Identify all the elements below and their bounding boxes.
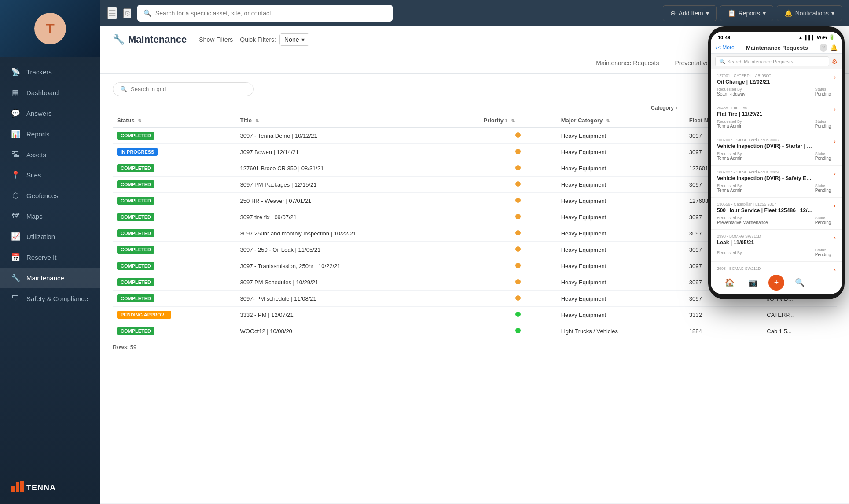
- phone-list-item[interactable]: 1007007 - 1J0SE Ford Focus 3006 Vehicle …: [711, 133, 842, 166]
- title-sort-icon[interactable]: ⇅: [255, 118, 259, 123]
- phone-item-meta: Requested By Tenna Admin Status Pending: [717, 151, 831, 161]
- phone-list-item[interactable]: 2993 - BOMAG SW211D Leak | 11/05/21 Requ…: [711, 230, 842, 262]
- title-cell: 3097 Bowen | 12/14/21: [236, 144, 479, 160]
- status-badge: COMPLETED: [117, 229, 154, 237]
- notifications-label: Notifications: [795, 10, 829, 17]
- maintenance-icon: 🔧: [11, 273, 20, 283]
- status-cell: COMPLETED: [113, 193, 236, 209]
- add-item-button[interactable]: ⊕ Add Item ▾: [663, 5, 717, 21]
- reports-button[interactable]: 📋 Reports ▾: [720, 5, 773, 21]
- phone-list-item[interactable]: 1007007 - 1J0SE Ford Focus 2009 Vehicle …: [711, 166, 842, 198]
- add-item-label: Add Item: [679, 10, 703, 17]
- status-badge: IN PROGRESS: [117, 148, 158, 156]
- safety-icon: 🛡: [11, 294, 20, 303]
- sidebar-item-reports[interactable]: 📊 Reports: [0, 124, 100, 144]
- status-badge: COMPLETED: [117, 132, 154, 140]
- sidebar-item-dashboard[interactable]: ▦ Dashboard: [0, 82, 100, 103]
- priority-cell: [479, 160, 557, 177]
- sidebar-item-answers[interactable]: 💬 Answers: [0, 103, 100, 124]
- phone-list-item[interactable]: 130556 - Caterpillar TL1255 2017 500 Hou…: [711, 198, 842, 230]
- sidebar-item-geofences[interactable]: ⬡ Geofences: [0, 185, 100, 206]
- sidebar-item-utilization[interactable]: 📈 Utilization: [0, 226, 100, 247]
- topbar-search-input[interactable]: [155, 10, 386, 17]
- sidebar-item-maintenance[interactable]: 🔧 Maintenance: [0, 268, 100, 288]
- phone-home-button[interactable]: 🏠: [722, 275, 738, 291]
- gps-icon: ▲: [798, 35, 803, 40]
- sidebar-item-label: Answers: [26, 110, 52, 117]
- sidebar-item-trackers[interactable]: 📡 Trackers: [0, 62, 100, 82]
- phone-filter-icon[interactable]: ⚙: [832, 58, 838, 65]
- topbar-filter-button[interactable]: ⚙: [123, 8, 131, 18]
- major-category-cell: Heavy Equipment: [557, 307, 685, 323]
- grid-search-input[interactable]: [131, 86, 246, 92]
- status-label: Status: [815, 216, 827, 220]
- phone-item-arrow-icon: ›: [834, 138, 836, 145]
- dashboard-icon: ▦: [11, 88, 20, 97]
- asset-name-cell: Cab 1.5...: [762, 323, 837, 339]
- major-category-cell: Heavy Equipment: [557, 291, 685, 307]
- phone-item-arrow-icon: ›: [834, 234, 836, 241]
- phone-status-icons: ▲ ▌▌▌ WiFi 🔋: [798, 34, 835, 40]
- phone-help-button[interactable]: ?: [820, 44, 827, 52]
- priority-cell: [479, 144, 557, 160]
- back-chevron-icon: ‹: [715, 44, 717, 51]
- show-filters-button[interactable]: Show Filters: [199, 36, 233, 43]
- topbar: ☰ ⚙ 🔍 ⊕ Add Item ▾ 📋 Reports ▾ 🔔 Notific…: [100, 0, 849, 26]
- search-icon: 🔍: [143, 9, 152, 17]
- sidebar-item-maps[interactable]: 🗺 Maps: [0, 206, 100, 226]
- priority-cell: [479, 242, 557, 258]
- sidebar-header: T: [0, 0, 100, 57]
- phone-list-item[interactable]: 2993 - BCMAG SW211D Oil Change | 12/15/2…: [711, 262, 842, 271]
- phone-more-button[interactable]: ···: [815, 275, 831, 291]
- phone-back-button[interactable]: ‹ < More: [715, 44, 735, 51]
- sidebar-item-assets[interactable]: 🏗 Assets: [0, 144, 100, 165]
- table-row[interactable]: COMPLETED WOOct12 | 10/08/20 Light Truck…: [113, 323, 837, 339]
- sidebar-item-label: Sites: [26, 171, 41, 179]
- phone-item-title: Oil Change | 12/02/21: [717, 79, 814, 85]
- topbar-actions: ⊕ Add Item ▾ 📋 Reports ▾ 🔔 Notifications…: [663, 5, 842, 21]
- phone-add-button[interactable]: +: [768, 275, 784, 291]
- th-major-category: Major Category ⇅: [557, 114, 685, 128]
- phone-camera-button[interactable]: 📷: [745, 275, 761, 291]
- major-category-cell: Heavy Equipment: [557, 193, 685, 209]
- sidebar: T 📡 Trackers ▦ Dashboard 💬 Answers 📊 Rep…: [0, 0, 100, 504]
- phone-list-item[interactable]: 127901 - CATERPILLAR 950G Oil Change | 1…: [711, 69, 842, 101]
- phone-bell-icon[interactable]: 🔔: [830, 44, 838, 51]
- phone-item-label: 127901 - CATERPILLAR 950G: [717, 74, 831, 78]
- phone-item-label: 130556 - Caterpillar TL1255 2017: [717, 202, 831, 206]
- wifi-icon: WiFi: [817, 35, 827, 40]
- status-cell: COMPLETED: [113, 177, 236, 193]
- phone-item-arrow-icon: ›: [834, 74, 836, 81]
- sidebar-item-safety[interactable]: 🛡 Safety & Compliance: [0, 288, 100, 309]
- requested-by-label: Requested By: [717, 87, 742, 92]
- hamburger-button[interactable]: ☰: [107, 7, 117, 19]
- phone-item-row: 2993 - BCMAG SW211D Oil Change | 12/15/2…: [717, 266, 836, 271]
- major-category-sort-icon[interactable]: ⇅: [606, 118, 610, 123]
- title-cell: 3097- PM schedule | 11/08/21: [236, 291, 479, 307]
- status-value: Pending: [815, 252, 831, 257]
- title-cell: WOOct12 | 10/08/20: [236, 323, 479, 339]
- fleet-no-cell: 3332: [685, 307, 763, 323]
- tab-maintenance-requests[interactable]: Maintenance Requests: [588, 53, 667, 74]
- sidebar-item-label: Maintenance: [26, 274, 64, 282]
- sidebar-item-reserve-it[interactable]: 📅 Reserve It: [0, 247, 100, 268]
- tenna-logo-text: TENNA: [26, 483, 56, 493]
- quick-filters-dropdown[interactable]: None ▾: [279, 33, 309, 46]
- status-sort-icon[interactable]: ⇅: [138, 118, 141, 123]
- answers-icon: 💬: [11, 109, 20, 118]
- phone-item-title: Leak | 11/05/21: [717, 239, 814, 246]
- requested-by-value: Preventative Maintenance: [717, 220, 768, 225]
- phone-item-label: 1007007 - 1J0SE Ford Focus 2009: [717, 170, 831, 174]
- phone-item-row: 1007007 - 1J0SE Ford Focus 2009 Vehicle …: [717, 170, 836, 193]
- table-row[interactable]: PENDING APPROV... 3332 - PM | 12/07/21 H…: [113, 307, 837, 323]
- sidebar-item-sites[interactable]: 📍 Sites: [0, 165, 100, 185]
- quick-filters-value: None: [284, 36, 299, 43]
- notifications-button[interactable]: 🔔 Notifications ▾: [777, 5, 842, 21]
- phone-time: 10:49: [718, 35, 730, 40]
- priority-sort-icon[interactable]: ⇅: [511, 118, 515, 123]
- quick-filters: Quick Filters: None ▾: [240, 33, 309, 46]
- phone-search-button[interactable]: 🔍: [792, 275, 808, 291]
- phone-list-item[interactable]: 20455 - Ford 150 Flat Tire | 11/29/21 Re…: [711, 101, 842, 133]
- major-category-cell: Heavy Equipment: [557, 144, 685, 160]
- notifications-chevron: ▾: [831, 10, 834, 17]
